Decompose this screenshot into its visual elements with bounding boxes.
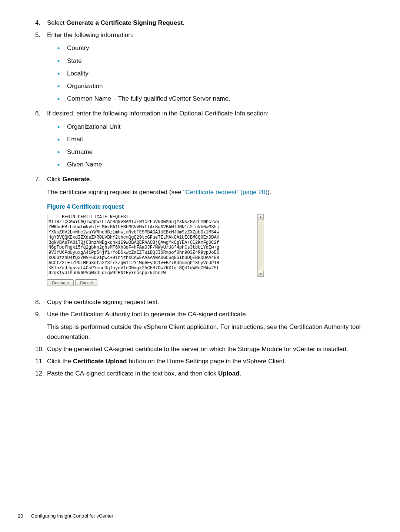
step-number: 9. [35, 309, 47, 319]
scroll-down-icon[interactable]: ▼ [258, 271, 264, 277]
certificate-figure: -----BEGIN CERTIFICATE REQUEST----- MIIB… [47, 214, 264, 286]
step-number: 7. [35, 174, 47, 184]
certificate-text: -----BEGIN CERTIFICATE REQUEST----- MIIB… [47, 214, 257, 277]
step-body: Enter the following information: Country… [47, 30, 365, 106]
bullet-list: Organizational Unit Email Surname Given … [47, 122, 365, 170]
certificate-textbox[interactable]: -----BEGIN CERTIFICATE REQUEST----- MIIB… [47, 214, 264, 277]
footer-title: Configuring Insight Control for vCenter [31, 513, 113, 519]
scroll-up-icon[interactable]: ▲ [258, 214, 264, 220]
scrollbar[interactable]: ▲ ▼ [257, 214, 264, 277]
step-number: 10. [35, 344, 47, 354]
cancel-button[interactable]: Cancel [75, 279, 97, 286]
list-item: Email [57, 134, 365, 144]
list-item: Given Name [57, 159, 365, 169]
step-number: 4. [35, 18, 47, 28]
step-number: 12. [35, 368, 47, 378]
bullet-list: Country State Locality Organization Comm… [47, 43, 365, 104]
instructions-list-2: 8. Copy the certificate signing request … [35, 297, 365, 378]
step-number: 11. [35, 356, 47, 366]
list-item: Organization [57, 81, 365, 91]
step-number: 6. [35, 108, 47, 118]
step-body: Copy the certificate signing request tex… [47, 297, 365, 307]
list-item: Locality [57, 68, 365, 78]
list-item: State [57, 56, 365, 66]
step-body: Click the Certificate Upload button on t… [47, 356, 365, 366]
cross-reference-link[interactable]: "Certificate request" (page 20) [183, 189, 268, 196]
page-footer: 20 Configuring Insight Control for vCent… [18, 513, 113, 519]
step-body: Click Generate. The certificate signing … [47, 174, 365, 197]
list-item: Organizational Unit [57, 122, 365, 132]
step-body: If desired, enter the following informat… [47, 108, 365, 172]
step-body: Paste the CA-signed certificate in the t… [47, 368, 365, 378]
generate-button[interactable]: Generate [47, 279, 74, 286]
list-item: Country [57, 43, 365, 53]
step-body: Select Generate a Certificate Signing Re… [47, 18, 365, 28]
step-number: 8. [35, 297, 47, 307]
instructions-list-1: 4. Select Generate a Certificate Signing… [35, 18, 365, 198]
step-body: Use the Certification Authority tool to … [47, 309, 365, 342]
page-number: 20 [18, 513, 23, 519]
figure-caption: Figure 4 Certificate request [35, 203, 365, 210]
step-body: Copy the generated CA-signed certificate… [47, 344, 365, 354]
list-item: Surname [57, 147, 365, 157]
step-number: 5. [35, 30, 47, 40]
list-item: Common Name – The fully qualified vCente… [57, 94, 365, 104]
